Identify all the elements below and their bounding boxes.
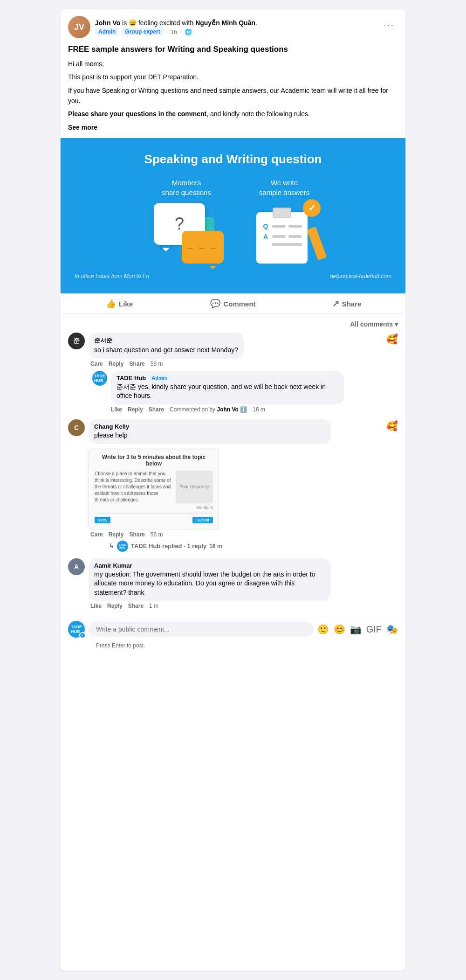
comment-2-share[interactable]: Share: [129, 531, 144, 538]
see-more-link[interactable]: See more: [68, 124, 97, 131]
comment-3-reply[interactable]: Reply: [107, 603, 123, 609]
view-replies-label: TADE Hub replied · 1 reply: [131, 542, 206, 549]
comment-1-bubble: 준서준 so i share question and get answer n…: [89, 333, 244, 359]
comment-3-content: Aamir Kumar my question: The government …: [89, 558, 398, 610]
reply-1-author-row: TADE Hub Admin: [116, 375, 338, 382]
body-p4: Please share your questions in the comme…: [68, 109, 398, 119]
post-meta-line2: Admin Group expert · 1h · 🌐: [95, 28, 257, 35]
comment-2-avatar: C: [68, 419, 85, 436]
reply-1-share[interactable]: Share: [149, 406, 164, 413]
comment-2-reply[interactable]: Reply: [109, 531, 124, 538]
view-replies-avatar: TADEHUB: [117, 541, 128, 552]
banner-footer: In office hours from Mon to Fri detpract…: [70, 273, 396, 279]
comment-1-text: so i share question and get answer next …: [94, 346, 238, 355]
comment-1-author: 준서준: [94, 336, 238, 345]
commented-by-author: John Vo: [217, 406, 238, 413]
all-comments-label: All comments: [350, 320, 393, 328]
body-p4-rest: , and kindly note the following rules.: [206, 110, 310, 118]
like-icon: 👍: [106, 299, 116, 309]
bubble-yellow: – – –: [182, 231, 224, 264]
clipboard-pencil: [307, 227, 327, 261]
comment-3-time: 1 m: [149, 603, 158, 609]
my-avatar-check: ✓: [79, 632, 86, 639]
banner-col1-label: Membersshare questions: [162, 178, 211, 197]
comment-2-author: Chang Kelly: [94, 423, 325, 430]
clip-letter-a: A: [262, 233, 269, 240]
share-icon: ↗: [332, 299, 339, 309]
post-content: FREE sample answers for Writing and Spea…: [61, 42, 405, 138]
comment-input-row: TADEHUB ✓ 🙂 😊 📷 GIF 🎭: [68, 616, 398, 640]
group-expert-badge[interactable]: Group expert: [122, 28, 163, 35]
comment-1-care[interactable]: Care: [90, 361, 103, 367]
reply-1-bubble: TADE Hub Admin 준서준 yes, kindly share you…: [111, 371, 344, 404]
post-body: Hi all mems, This post is to support you…: [68, 59, 398, 132]
comment-1-actions: Care Reply Share 59 m: [89, 361, 398, 367]
comment-icon: 💬: [210, 299, 220, 309]
reply-1-author: TADE Hub: [116, 375, 146, 382]
comment-3-author: Aamir Kumar: [94, 562, 325, 569]
post-header-left: JV John Vo is 😄 feeling excited with Ngu…: [68, 16, 257, 38]
comment-image-inner: Write for 3 to 5 minutes about the topic…: [89, 448, 219, 529]
speech-bubble-illustration: ? – – –: [149, 203, 224, 264]
comment-2-content: Chang Kelly please help Write for 3 to 5…: [89, 419, 398, 552]
comment-2-text: please help: [94, 431, 325, 440]
comment-input[interactable]: [89, 622, 314, 637]
img-body: Choose a place or animal that you think …: [95, 471, 213, 503]
comment-label: Comment: [223, 300, 255, 308]
emoji-sticker-icon[interactable]: 🙂: [317, 624, 329, 635]
camera-icon[interactable]: 📷: [350, 624, 362, 635]
comment-2-care[interactable]: Care: [90, 531, 103, 538]
banner-footer-left: In office hours from Mon to Fri: [75, 273, 149, 279]
tagged-name[interactable]: Nguyễn Minh Quân: [195, 19, 255, 27]
view-replies-time: 16 m: [209, 543, 222, 549]
post-header: JV John Vo is 😄 feeling excited with Ngu…: [61, 9, 405, 42]
author-name[interactable]: John Vo: [95, 19, 120, 27]
comment-2-reaction: 🥰: [386, 420, 398, 431]
emoji-icon[interactable]: 😊: [334, 624, 345, 635]
comment-2: C Chang Kelly please help Write for 3 to…: [68, 419, 398, 552]
img-retry-tag: Retry: [95, 517, 110, 523]
share-label: Share: [342, 300, 362, 308]
globe-icon: 🌐: [185, 28, 192, 35]
post-banner: Speaking and Writing question Memberssha…: [61, 138, 405, 293]
post-title: FREE sample answers for Writing and Spea…: [68, 44, 398, 55]
comment-2-image: Write for 3 to 5 minutes about the topic…: [89, 448, 219, 529]
clipboard-illustration: Q A: [252, 203, 317, 264]
more-options-button[interactable]: ...: [380, 16, 398, 30]
comment-3-share[interactable]: Share: [128, 603, 144, 609]
clip-row-extra: [262, 243, 302, 246]
reply-1-admin-badge: Admin: [149, 375, 170, 381]
comment-1-share[interactable]: Share: [129, 361, 144, 367]
comments-section: All comments ▾ 준 준서준 so i share question…: [61, 314, 405, 656]
comment-input-icons: 🙂 😊 📷 GIF 🎭: [317, 624, 398, 635]
my-avatar: TADEHUB ✓: [68, 621, 85, 638]
reply-1-actions: Like Reply Share Commented on by John Vo…: [111, 406, 344, 413]
all-comments-dropdown[interactable]: All comments ▾: [68, 318, 398, 333]
comment-1-bubble-row: 준서준 so i share question and get answer n…: [89, 333, 398, 359]
reply-1-content: TADE Hub Admin 준서준 yes, kindly share you…: [111, 371, 344, 413]
comment-1-time: 59 m: [151, 361, 163, 367]
banner-col-1: Membersshare questions ? – – –: [149, 178, 224, 264]
body-p1: Hi all mems,: [68, 59, 398, 69]
reply-1-text: 준서준 yes, kindly share your question, and…: [116, 382, 338, 401]
sticker-icon[interactable]: 🎭: [386, 624, 398, 635]
like-button[interactable]: 👍 Like: [63, 296, 175, 312]
meta-dot-2: ·: [180, 28, 182, 35]
post-meta-line1: John Vo is 😄 feeling excited with Nguyễn…: [95, 19, 257, 27]
share-button[interactable]: ↗ Share: [291, 296, 403, 312]
view-replies-button[interactable]: ↳ TADEHUB TADE Hub replied · 1 reply 16 …: [109, 541, 398, 552]
comment-2-bubble: Chang Kelly please help: [89, 419, 331, 444]
clipboard-clip: [273, 208, 291, 218]
comment-3-bubble: Aamir Kumar my question: The government …: [89, 558, 331, 601]
comment-3-avatar: A: [68, 558, 85, 575]
reply-1-like[interactable]: Like: [111, 406, 122, 413]
comment-1-reply[interactable]: Reply: [109, 361, 124, 367]
comment-3: A Aamir Kumar my question: The governmen…: [68, 558, 398, 610]
comment-button[interactable]: 💬 Comment: [177, 296, 289, 312]
comment-3-like[interactable]: Like: [90, 603, 102, 609]
comment-2-bubble-row: Chang Kelly please help Write for 3 to 5…: [89, 419, 398, 529]
meta-dot: ·: [166, 28, 168, 35]
gif-icon[interactable]: GIF: [366, 624, 382, 635]
reply-1-reply[interactable]: Reply: [128, 406, 143, 413]
admin-badge[interactable]: Admin: [95, 28, 119, 35]
